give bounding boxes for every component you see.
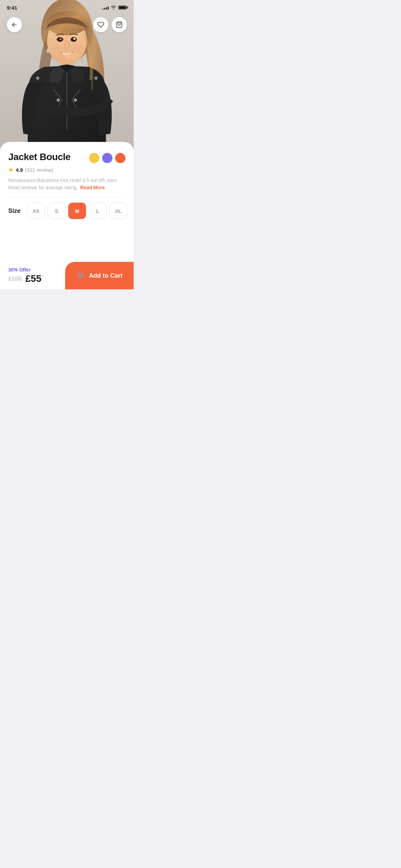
status-bar: 9:41 (0, 0, 134, 15)
price-info: 30% Offer £105 £55 (0, 262, 65, 289)
cart-icon: 🛒 (76, 271, 86, 280)
size-options: XS S M L XL (27, 203, 127, 219)
svg-point-18 (36, 76, 39, 80)
svg-rect-13 (74, 52, 76, 59)
product-title: Jacket Boucle (8, 152, 71, 162)
review-count: (321 review) (25, 167, 53, 173)
product-description: Renaissance Barcelona Fira Hotel 4.5 out… (8, 177, 125, 197)
svg-rect-12 (70, 53, 73, 59)
rating-row: ★ 4.9 (321 review) (8, 166, 125, 173)
size-s[interactable]: S (48, 203, 65, 219)
product-header: Jacket Boucle (8, 152, 125, 163)
current-price: £55 (25, 273, 41, 284)
status-icons (102, 5, 127, 10)
svg-point-17 (74, 98, 77, 102)
color-purple[interactable] (102, 153, 112, 163)
svg-point-8 (73, 38, 75, 40)
svg-point-9 (52, 45, 61, 50)
color-orange[interactable] (115, 153, 125, 163)
svg-rect-14 (77, 53, 79, 59)
svg-point-20 (47, 48, 49, 53)
size-section: Size XS S M L XL (8, 203, 125, 219)
svg-point-19 (94, 76, 98, 80)
svg-point-10 (73, 45, 81, 50)
read-more-link[interactable]: Read More (80, 185, 105, 190)
add-to-cart-label: Add to Cart (89, 272, 123, 279)
back-button[interactable] (7, 17, 22, 32)
top-navigation (0, 17, 134, 32)
size-label: Size (8, 207, 24, 215)
product-card: Jacket Boucle ★ 4.9 (321 review) Renaiss… (0, 142, 134, 289)
battery-icon (118, 5, 127, 10)
status-time: 9:41 (7, 5, 17, 11)
size-m[interactable]: M (68, 203, 86, 219)
size-l[interactable]: L (89, 203, 107, 219)
wishlist-button[interactable] (93, 17, 108, 32)
price-section: 30% Offer £105 £55 🛒 Add to Cart (0, 262, 134, 289)
color-options (89, 153, 125, 163)
size-xs[interactable]: XS (27, 203, 45, 219)
size-xl[interactable]: XL (109, 203, 127, 219)
color-yellow[interactable] (89, 153, 99, 163)
original-price: £105 (8, 275, 22, 282)
cart-button[interactable] (112, 17, 127, 32)
star-icon: ★ (8, 166, 14, 173)
svg-point-16 (57, 98, 60, 102)
offer-badge: 30% Offer (8, 267, 57, 273)
add-to-cart-button[interactable]: 🛒 Add to Cart (65, 262, 134, 289)
rating-value: 4.9 (16, 167, 23, 173)
wifi-icon (111, 5, 116, 10)
price-row: £105 £55 (8, 273, 57, 284)
signal-icon (102, 5, 109, 10)
